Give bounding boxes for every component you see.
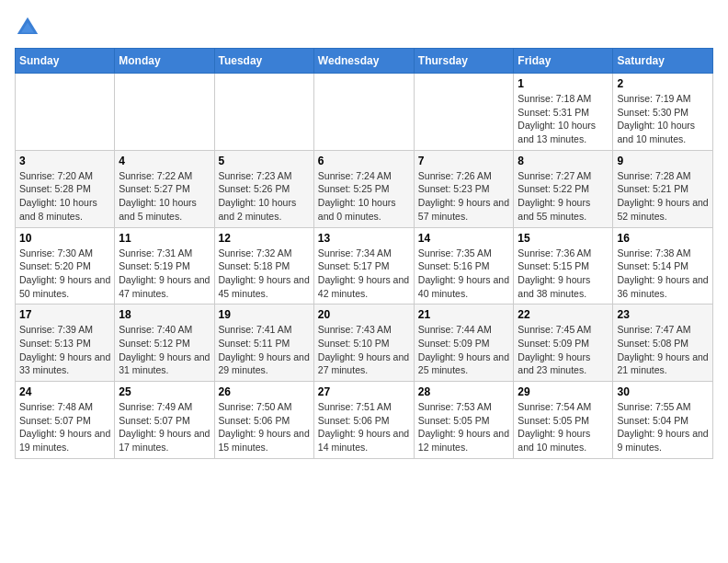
day-info: Sunrise: 7:23 AM Sunset: 5:26 PM Dayligh… [219, 169, 310, 224]
day-number: 7 [418, 155, 510, 167]
day-info: Sunrise: 7:38 AM Sunset: 5:14 PM Dayligh… [617, 247, 709, 301]
day-number: 2 [617, 77, 709, 90]
calendar-body: 1Sunrise: 7:18 AM Sunset: 5:31 PM Daylig… [16, 74, 713, 459]
calendar-cell: 18Sunrise: 7:40 AM Sunset: 5:12 PM Dayli… [115, 304, 214, 382]
day-info: Sunrise: 7:30 AM Sunset: 5:20 PM Dayligh… [19, 247, 110, 301]
calendar-cell [16, 74, 115, 151]
day-number: 20 [318, 308, 410, 321]
calendar-cell [214, 74, 313, 151]
day-number: 10 [19, 232, 110, 245]
calendar-cell: 2Sunrise: 7:19 AM Sunset: 5:30 PM Daylig… [613, 74, 713, 151]
day-number: 27 [318, 385, 410, 398]
day-info: Sunrise: 7:36 AM Sunset: 5:15 PM Dayligh… [518, 247, 609, 301]
day-number: 5 [219, 155, 310, 167]
day-number: 4 [119, 155, 210, 167]
calendar-cell: 10Sunrise: 7:30 AM Sunset: 5:20 PM Dayli… [16, 227, 115, 304]
weekday-header: Sunday [16, 49, 115, 74]
weekday-header: Thursday [414, 49, 514, 74]
calendar-cell: 14Sunrise: 7:35 AM Sunset: 5:16 PM Dayli… [414, 227, 514, 304]
day-info: Sunrise: 7:51 AM Sunset: 5:06 PM Dayligh… [318, 400, 410, 454]
day-info: Sunrise: 7:44 AM Sunset: 5:09 PM Dayligh… [418, 323, 510, 377]
day-number: 15 [518, 232, 609, 245]
day-info: Sunrise: 7:43 AM Sunset: 5:10 PM Dayligh… [318, 323, 410, 377]
calendar-cell: 27Sunrise: 7:51 AM Sunset: 5:06 PM Dayli… [313, 382, 414, 459]
day-number: 19 [219, 308, 310, 321]
day-number: 17 [19, 308, 110, 321]
calendar-week-row: 17Sunrise: 7:39 AM Sunset: 5:13 PM Dayli… [16, 304, 713, 382]
day-number: 22 [518, 308, 609, 321]
day-info: Sunrise: 7:32 AM Sunset: 5:18 PM Dayligh… [219, 247, 310, 301]
calendar-table: SundayMondayTuesdayWednesdayThursdayFrid… [15, 48, 713, 459]
calendar-week-row: 1Sunrise: 7:18 AM Sunset: 5:31 PM Daylig… [16, 74, 713, 151]
calendar-cell: 8Sunrise: 7:27 AM Sunset: 5:22 PM Daylig… [514, 150, 613, 227]
weekday-header: Friday [514, 49, 613, 74]
day-info: Sunrise: 7:49 AM Sunset: 5:07 PM Dayligh… [119, 400, 210, 454]
calendar-week-row: 10Sunrise: 7:30 AM Sunset: 5:20 PM Dayli… [16, 227, 713, 304]
calendar-cell [414, 74, 514, 151]
day-number: 25 [119, 385, 210, 398]
calendar-cell: 30Sunrise: 7:55 AM Sunset: 5:04 PM Dayli… [613, 382, 713, 459]
day-info: Sunrise: 7:47 AM Sunset: 5:08 PM Dayligh… [617, 323, 709, 377]
day-info: Sunrise: 7:40 AM Sunset: 5:12 PM Dayligh… [119, 323, 210, 377]
calendar-header-row: SundayMondayTuesdayWednesdayThursdayFrid… [16, 49, 713, 74]
page-header [15, 15, 713, 40]
calendar-cell: 4Sunrise: 7:22 AM Sunset: 5:27 PM Daylig… [115, 150, 214, 227]
calendar-cell: 24Sunrise: 7:48 AM Sunset: 5:07 PM Dayli… [16, 382, 115, 459]
calendar-cell: 29Sunrise: 7:54 AM Sunset: 5:05 PM Dayli… [514, 382, 613, 459]
day-number: 30 [617, 385, 709, 398]
day-number: 13 [318, 232, 410, 245]
day-number: 14 [418, 232, 510, 245]
day-info: Sunrise: 7:19 AM Sunset: 5:30 PM Dayligh… [617, 92, 709, 146]
weekday-header: Monday [115, 49, 214, 74]
day-info: Sunrise: 7:24 AM Sunset: 5:25 PM Dayligh… [318, 169, 410, 224]
day-number: 11 [119, 232, 210, 245]
day-number: 1 [518, 77, 609, 90]
calendar-cell: 16Sunrise: 7:38 AM Sunset: 5:14 PM Dayli… [613, 227, 713, 304]
day-info: Sunrise: 7:50 AM Sunset: 5:06 PM Dayligh… [219, 400, 310, 454]
calendar-cell: 13Sunrise: 7:34 AM Sunset: 5:17 PM Dayli… [313, 227, 414, 304]
day-number: 21 [418, 308, 510, 321]
calendar-cell: 25Sunrise: 7:49 AM Sunset: 5:07 PM Dayli… [115, 382, 214, 459]
day-number: 26 [219, 385, 310, 398]
day-number: 23 [617, 308, 709, 321]
logo [15, 15, 44, 40]
day-number: 6 [318, 155, 410, 167]
calendar-cell: 28Sunrise: 7:53 AM Sunset: 5:05 PM Dayli… [414, 382, 514, 459]
day-info: Sunrise: 7:54 AM Sunset: 5:05 PM Dayligh… [518, 400, 609, 454]
calendar-cell: 26Sunrise: 7:50 AM Sunset: 5:06 PM Dayli… [214, 382, 313, 459]
day-info: Sunrise: 7:39 AM Sunset: 5:13 PM Dayligh… [19, 323, 110, 377]
day-number: 8 [518, 155, 609, 167]
day-number: 18 [119, 308, 210, 321]
calendar-cell: 22Sunrise: 7:45 AM Sunset: 5:09 PM Dayli… [514, 304, 613, 382]
day-number: 24 [19, 385, 110, 398]
calendar-cell: 23Sunrise: 7:47 AM Sunset: 5:08 PM Dayli… [613, 304, 713, 382]
calendar-cell: 11Sunrise: 7:31 AM Sunset: 5:19 PM Dayli… [115, 227, 214, 304]
calendar-cell: 5Sunrise: 7:23 AM Sunset: 5:26 PM Daylig… [214, 150, 313, 227]
day-info: Sunrise: 7:55 AM Sunset: 5:04 PM Dayligh… [617, 400, 709, 454]
day-info: Sunrise: 7:34 AM Sunset: 5:17 PM Dayligh… [318, 247, 410, 301]
day-info: Sunrise: 7:20 AM Sunset: 5:28 PM Dayligh… [19, 169, 110, 224]
calendar-cell: 3Sunrise: 7:20 AM Sunset: 5:28 PM Daylig… [16, 150, 115, 227]
calendar-week-row: 24Sunrise: 7:48 AM Sunset: 5:07 PM Dayli… [16, 382, 713, 459]
calendar-cell: 19Sunrise: 7:41 AM Sunset: 5:11 PM Dayli… [214, 304, 313, 382]
calendar-cell: 7Sunrise: 7:26 AM Sunset: 5:23 PM Daylig… [414, 150, 514, 227]
day-info: Sunrise: 7:48 AM Sunset: 5:07 PM Dayligh… [19, 400, 110, 454]
day-number: 28 [418, 385, 510, 398]
day-info: Sunrise: 7:35 AM Sunset: 5:16 PM Dayligh… [418, 247, 510, 301]
calendar-cell: 17Sunrise: 7:39 AM Sunset: 5:13 PM Dayli… [16, 304, 115, 382]
calendar-cell: 15Sunrise: 7:36 AM Sunset: 5:15 PM Dayli… [514, 227, 613, 304]
day-info: Sunrise: 7:27 AM Sunset: 5:22 PM Dayligh… [518, 169, 609, 224]
calendar-cell: 20Sunrise: 7:43 AM Sunset: 5:10 PM Dayli… [313, 304, 414, 382]
calendar-cell: 12Sunrise: 7:32 AM Sunset: 5:18 PM Dayli… [214, 227, 313, 304]
day-info: Sunrise: 7:26 AM Sunset: 5:23 PM Dayligh… [418, 169, 510, 224]
calendar-cell: 1Sunrise: 7:18 AM Sunset: 5:31 PM Daylig… [514, 74, 613, 151]
calendar-cell [115, 74, 214, 151]
calendar-week-row: 3Sunrise: 7:20 AM Sunset: 5:28 PM Daylig… [16, 150, 713, 227]
calendar-cell: 21Sunrise: 7:44 AM Sunset: 5:09 PM Dayli… [414, 304, 514, 382]
calendar-cell [313, 74, 414, 151]
logo-icon [15, 15, 40, 40]
day-info: Sunrise: 7:18 AM Sunset: 5:31 PM Dayligh… [518, 92, 609, 146]
day-info: Sunrise: 7:28 AM Sunset: 5:21 PM Dayligh… [617, 169, 709, 224]
day-number: 16 [617, 232, 709, 245]
day-info: Sunrise: 7:53 AM Sunset: 5:05 PM Dayligh… [418, 400, 510, 454]
